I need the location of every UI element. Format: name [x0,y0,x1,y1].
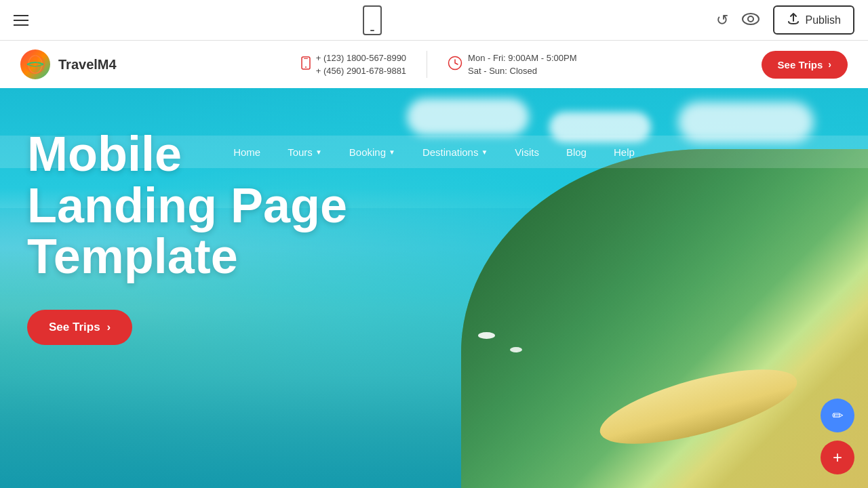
svg-point-1 [748,16,753,22]
add-plus-icon: + [833,448,842,467]
phone-contact: + (123) 1800-567-8990 + (456) 2901-678-9… [301,52,406,78]
nav-item-home[interactable]: Home [233,146,260,158]
phone-numbers: + (123) 1800-567-8990 + (456) 2901-678-9… [316,52,406,78]
svg-rect-5 [304,58,308,59]
svg-point-0 [743,14,759,24]
nav-item-visits[interactable]: Visits [515,146,539,158]
preview-eye-button[interactable] [742,12,760,29]
publish-label: Publish [806,14,841,26]
svg-point-3 [28,56,42,73]
hero-see-trips-button[interactable]: See Trips › [27,310,132,345]
hero-section: Home Tours ▼ Booking ▼ Destinations ▼ Vi… [0,88,868,488]
boat-decoration-1 [478,332,495,339]
toolbar-left [14,15,28,26]
hero-cta-chevron: › [107,321,111,334]
hero-cta-label: See Trips [49,321,100,334]
chevron-right-icon: › [828,59,831,70]
svg-point-6 [305,66,307,68]
upload-icon [787,12,800,28]
svg-point-2 [26,56,44,73]
logo-icon [20,49,50,79]
phone-icon [301,56,311,73]
publish-button[interactable]: Publish [773,5,854,35]
caret-down-icon: ▼ [389,148,395,156]
website-preview: TravelM4 + (123) 1800-567-8990 + (456) 2… [0,41,868,488]
hamburger-menu-icon[interactable] [14,15,28,26]
add-fab-button[interactable]: + [821,441,854,474]
undo-button[interactable]: ↺ [716,12,728,29]
contact-divider [427,51,427,78]
fab-area: ✏ + [821,399,854,474]
preview-area: TravelM4 + (123) 1800-567-8990 + (456) 2… [0,41,868,488]
nav-item-destinations[interactable]: Destinations ▼ [422,146,488,158]
mobile-preview-button[interactable] [363,5,382,35]
clock-icon [448,56,462,74]
site-header: TravelM4 + (123) 1800-567-8990 + (456) 2… [0,41,868,88]
hero-cta-area: See Trips › [27,310,347,345]
toolbar-right: ↺ Publish [716,5,854,35]
logo-area: TravelM4 [20,49,117,79]
boat-decoration-2 [510,347,522,352]
header-see-trips-button[interactable]: See Trips › [762,51,848,79]
hours-contact: Mon - Fri: 9:00AM - 5:00PM Sat - Sun: Cl… [448,52,576,78]
edit-pencil-icon: ✏ [832,407,844,424]
nav-item-blog[interactable]: Blog [566,146,587,158]
editor-toolbar: ↺ Publish [0,0,868,41]
logo-text: TravelM4 [58,57,117,73]
site-navigation: Home Tours ▼ Booking ▼ Destinations ▼ Vi… [0,136,868,168]
edit-fab-button[interactable]: ✏ [821,399,854,432]
nav-item-booking[interactable]: Booking ▼ [349,146,395,158]
business-hours: Mon - Fri: 9:00AM - 5:00PM Sat - Sun: Cl… [468,52,576,78]
header-cta-label: See Trips [778,59,823,70]
caret-down-icon: ▼ [481,148,488,156]
nav-item-tours[interactable]: Tours ▼ [288,146,322,158]
contact-info: + (123) 1800-567-8990 + (456) 2901-678-9… [301,51,577,78]
cloud-decoration-3 [407,98,529,136]
toolbar-center [363,5,382,35]
nav-item-help[interactable]: Help [614,146,635,158]
caret-down-icon: ▼ [315,148,322,156]
